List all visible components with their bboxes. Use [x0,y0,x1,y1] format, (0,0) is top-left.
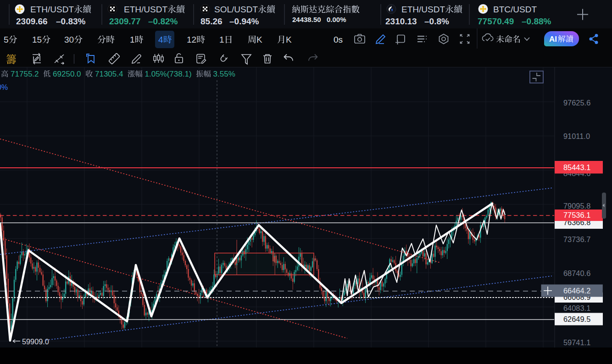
svg-text:0s: 0s [334,35,343,44]
svg-text:64083.1: 64083.1 [563,304,590,312]
svg-text:12: 12 [187,35,196,44]
svg-text:30: 30 [64,35,74,44]
svg-text:2310.13: 2310.13 [385,17,417,26]
svg-text:K: K [286,35,292,44]
svg-text:0.00%: 0.00% [327,16,346,23]
svg-text:62649.5: 62649.5 [563,315,590,323]
svg-text:66464.2: 66464.2 [563,287,590,295]
svg-text:69250.0: 69250.0 [53,70,85,78]
svg-text:77536.1: 77536.1 [563,211,590,219]
svg-text:59741.1: 59741.1 [563,338,590,347]
svg-text:71305.4: 71305.4 [95,70,128,78]
svg-text:85443.1: 85443.1 [563,163,590,171]
svg-text:1: 1 [130,35,135,44]
svg-text:–0.94%: –0.94% [229,17,259,26]
svg-text:71755.2: 71755.2 [11,70,43,78]
svg-text:–0.82%: –0.82% [148,17,178,26]
svg-text:AI: AI [549,35,557,44]
svg-text:97625.6: 97625.6 [563,99,590,107]
svg-text:5: 5 [4,35,9,44]
svg-text:ETH/USDT: ETH/USDT [30,5,74,14]
svg-text:3.55%: 3.55% [213,70,235,78]
svg-text:–0.83%: –0.83% [56,17,86,26]
svg-text:0%: 0% [0,83,8,91]
svg-text:–0.8%: –0.8% [424,17,449,26]
svg-text:73736.7: 73736.7 [563,235,590,243]
svg-text:91011.0: 91011.0 [563,132,590,140]
svg-text:77570.49: 77570.49 [478,17,514,26]
svg-text:ETH/USDT: ETH/USDT [401,5,445,14]
svg-text:ETH/USDT: ETH/USDT [124,5,167,14]
svg-text:59909.0: 59909.0 [22,337,49,346]
svg-text:24438.50: 24438.50 [292,16,321,23]
svg-text:85.26: 85.26 [200,17,223,26]
svg-text:2309.77: 2309.77 [109,17,141,26]
svg-text:–0.88%: –0.88% [522,17,551,26]
svg-text:K: K [256,35,262,44]
svg-text:1.05%(738.1): 1.05%(738.1) [145,70,196,78]
svg-text:4: 4 [158,35,163,44]
svg-text:SOL/USDT: SOL/USDT [214,5,258,14]
svg-text:15: 15 [32,35,42,44]
svg-text:BTC/USDT: BTC/USDT [493,5,537,14]
svg-text:68740.6: 68740.6 [563,269,590,277]
svg-text:2309.66: 2309.66 [16,17,48,26]
svg-text:79095.8: 79095.8 [563,202,590,210]
svg-text:1: 1 [219,35,224,44]
